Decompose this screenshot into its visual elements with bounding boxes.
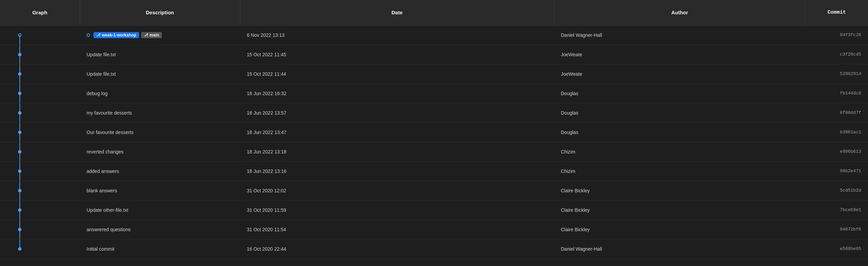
author-text: Chizim: [561, 149, 575, 154]
description-cell: Update file.txt: [80, 64, 240, 84]
commit-hash: 5cd51b2d: [840, 188, 861, 193]
header-date: Date: [240, 0, 554, 25]
table-header: Graph Description Date Author Commit: [0, 0, 868, 25]
date-cell: 31 Oct 2020 11:54: [240, 220, 554, 239]
commit-hash: 52802914: [840, 71, 861, 76]
author-text: Douglas: [561, 91, 578, 96]
branch-tag-main[interactable]: ⎇ main: [141, 32, 162, 38]
author-text: Daniel Wagner-Hall: [561, 32, 602, 38]
commit-cell: e508be65: [805, 239, 868, 258]
graph-cell: [0, 122, 80, 142]
table-row[interactable]: blank answers31 Oct 2020 12:02Claire Bic…: [0, 181, 868, 200]
author-cell: Chizim: [554, 142, 805, 161]
date-text: 18 Jun 2022 13:16: [247, 168, 286, 174]
table-row[interactable]: Our favourite desserts18 Jun 2022 13:47D…: [0, 122, 868, 142]
graph-dot: [18, 150, 21, 153]
date-cell: 18 Jun 2022 13:18: [240, 142, 554, 161]
description-cell: my favourite desserts: [80, 103, 240, 122]
author-text: Douglas: [561, 110, 578, 116]
author-text: Claire Bickley: [561, 188, 590, 193]
commit-cell: 0f00dd7f: [805, 103, 868, 122]
table-row[interactable]: Update file.txt15 Oct 2022 11:44JoeWeate…: [0, 64, 868, 84]
author-text: Claire Bickley: [561, 207, 590, 213]
description-text: reverted changes: [87, 149, 123, 154]
commit-hash: b3861ac1: [840, 130, 861, 135]
description-cell: Our favourite desserts: [80, 122, 240, 142]
table-row[interactable]: my favourite desserts18 Jun 2022 13:57Do…: [0, 103, 868, 122]
branch-icon: ⎇: [96, 33, 101, 37]
date-text: 15 Oct 2022 11:44: [247, 71, 286, 77]
commit-cell: 52802914: [805, 64, 868, 84]
commit-hash: c3f20cd5: [840, 52, 861, 57]
description-text: debug log: [87, 91, 108, 96]
date-text: 6 Nov 2022 13:13: [247, 32, 285, 38]
table-row[interactable]: answrered questions31 Oct 2020 11:54Clai…: [0, 220, 868, 239]
date-text: 18 Jun 2022 13:57: [247, 110, 286, 116]
date-cell: 15 Oct 2022 11:44: [240, 64, 554, 84]
author-text: JoeWeate: [561, 52, 582, 57]
branch-tag-workshop[interactable]: ⎇ week-1-workshop: [93, 32, 139, 38]
graph-cell: [0, 161, 80, 181]
table-row[interactable]: ⎇ week-1-workshop⎇ main6 Nov 2022 13:13D…: [0, 25, 868, 45]
header-commit: Commit: [805, 0, 868, 25]
description-cell: reverted changes: [80, 142, 240, 161]
date-text: 16 Oct 2020 22:44: [247, 246, 286, 252]
author-cell: Daniel Wagner-Hall: [554, 239, 805, 258]
table-row[interactable]: added answers18 Jun 2022 13:16Chizim98b2…: [0, 161, 868, 181]
date-text: 31 Oct 2020 11:54: [247, 227, 286, 232]
author-text: Douglas: [561, 130, 578, 135]
author-cell: Douglas: [554, 122, 805, 142]
date-text: 31 Oct 2020 11:59: [247, 207, 286, 213]
graph-dot: [18, 53, 21, 56]
git-log-table: Graph Description Date Author Commit ⎇ w…: [0, 0, 868, 259]
author-cell: Claire Bickley: [554, 200, 805, 220]
date-cell: 6 Nov 2022 13:13: [240, 25, 554, 45]
author-cell: Chizim: [554, 161, 805, 181]
author-text: JoeWeate: [561, 71, 582, 77]
description-cell: Update other-file.txt: [80, 200, 240, 220]
graph-cell: [0, 103, 80, 122]
table-row[interactable]: debug log18 Jun 2022 16:32Douglasfb144dc…: [0, 84, 868, 103]
author-text: Chizim: [561, 168, 575, 174]
author-cell: Claire Bickley: [554, 181, 805, 200]
description-cell: added answers: [80, 161, 240, 181]
commit-hash: 7bceb9e1: [840, 207, 861, 212]
commit-hash: fb144dc8: [840, 91, 861, 96]
header-author: Author: [554, 0, 805, 25]
table-row[interactable]: reverted changes18 Jun 2022 13:18Chizime…: [0, 142, 868, 161]
table-row[interactable]: Initial commit16 Oct 2020 22:44Daniel Wa…: [0, 239, 868, 258]
commit-hash: 94872bf6: [840, 227, 861, 232]
table-row[interactable]: Update file.txt15 Oct 2022 11:45JoeWeate…: [0, 45, 868, 64]
graph-cell: [0, 64, 80, 84]
author-cell: JoeWeate: [554, 45, 805, 64]
graph-dot: [18, 189, 21, 192]
description-cell: ⎇ week-1-workshop⎇ main: [80, 25, 240, 45]
graph-dot: [18, 111, 21, 115]
author-text: Daniel Wagner-Hall: [561, 246, 602, 252]
commit-cell: fb144dc8: [805, 84, 868, 103]
graph-dot: [18, 92, 21, 95]
date-cell: 31 Oct 2020 12:02: [240, 181, 554, 200]
table-row[interactable]: Update other-file.txt31 Oct 2020 11:59Cl…: [0, 200, 868, 220]
graph-cell: [0, 142, 80, 161]
header-graph: Graph: [0, 0, 80, 25]
description-cell: answrered questions: [80, 220, 240, 239]
commit-cell: 94f3fc28: [805, 25, 868, 45]
date-cell: 15 Oct 2022 11:45: [240, 45, 554, 64]
graph-cell: [0, 239, 80, 258]
graph-hollow-dot: [18, 33, 21, 37]
commit-hash: e806b613: [840, 149, 861, 154]
commit-hash: e508be65: [840, 246, 861, 251]
graph-cell: [0, 200, 80, 220]
graph-dot: [18, 131, 21, 134]
description-text: Update file.txt: [87, 52, 116, 57]
date-cell: 18 Jun 2022 13:47: [240, 122, 554, 142]
graph-dot: [18, 247, 21, 251]
graph-dot: [18, 169, 21, 173]
date-cell: 18 Jun 2022 16:32: [240, 84, 554, 103]
branch-icon: ⎇: [144, 33, 148, 37]
branch-circle-icon: [87, 33, 90, 37]
description-text: blank answers: [87, 188, 117, 193]
date-text: 31 Oct 2020 12:02: [247, 188, 286, 193]
commit-cell: 98b2e471: [805, 161, 868, 181]
